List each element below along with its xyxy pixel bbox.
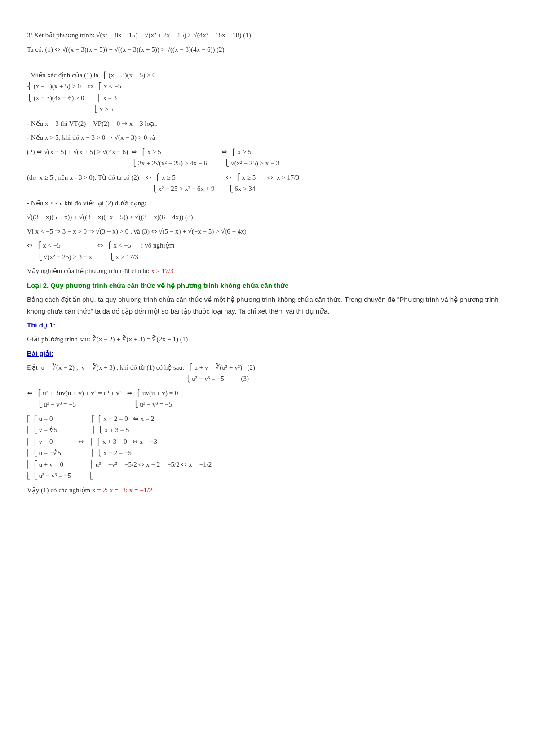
case-x-equals-3: - Nếu x = 3 thì VT(2) = VP(2) = 0 ⇒ x = … [27,118,508,130]
system-cases: ⎡ ⎧ u = 0 ⎡ ⎧ x − 2 = 0 ⇔ x = 2 ⎢ ⎩ v = … [27,413,508,482]
final-answer-line: Vậy nghiệm của hệ phương trình đã cho là… [27,265,508,277]
problem-3-statement: 3/ Xét bất phương trình: √(x² − 8x + 15)… [27,30,508,41]
solution-heading: Bài giải: [27,348,508,359]
case-x-greater-5-work: (2) ⇔ √(x − 5) + √(x + 5) > √(4x − 6) ⇔ … [27,146,508,169]
section-intro-text: Bằng cách đặt ẩn phụ, ta quy phương trìn… [27,294,508,317]
example-1-equation: Giải phương trình sau: ∛(x − 2) + ∛(x + … [27,334,508,345]
case-x-greater-5: - Nếu x > 5, khi đó x − 3 > 0 ⇒ √(x − 3)… [27,132,508,144]
case-x-greater-5-result: (do x ≥ 5 , nên x - 3 > 0). Từ đó ta có … [27,172,508,195]
section-heading-type-2: Loại 2. Quy phương trình chứa căn thức v… [27,280,508,292]
example-1-answer-label: Vậy (1) có các nghiệm [27,486,92,494]
equation-3: √((3 − x)(5 − x)) + √((3 − x)(−x − 5)) >… [27,212,508,223]
no-solution-case: ⇔ ⎧ x < −5 ⇔ ⎧ x < −5 : vô nghiệm ⎩ √(x²… [27,240,508,263]
step-factorize: Ta có: (1) ⇔ √((x − 3)(x − 5)) + √((x − … [27,44,508,56]
equation-3-simplify: Vì x < −5 ⇒ 3 − x > 0 ⇒ √(3 − x) > 0 , v… [27,226,508,238]
final-answer-value: x > 17/3 [151,267,173,274]
system-simplify: ⇔ ⎧ u³ + 3uv(u + v) + v³ = u³ + v³ ⇔ ⎧ u… [27,388,508,411]
domain-definition: Miền xác định của (1) là ⎧ (x − 3)(x − 5… [27,58,508,115]
example-1-answer-values: x = 2; x = -3; x = −1/2 [92,486,152,494]
domain-label: Miền xác định của (1) là [31,71,102,79]
final-answer-label: Vậy nghiệm của hệ phương trình đã cho là… [27,267,151,274]
example-1-heading: Thí dụ 1: [27,319,508,331]
substitution-setup: Đặt u = ∛(x − 2) ; v = ∛(x + 3) , khi đó… [27,362,508,385]
case-x-less-neg5: - Nếu x < -5, khi đó viết lại (2) dưới d… [27,198,508,209]
example-1-answer: Vậy (1) có các nghiệm x = 2; x = -3; x =… [27,485,508,496]
